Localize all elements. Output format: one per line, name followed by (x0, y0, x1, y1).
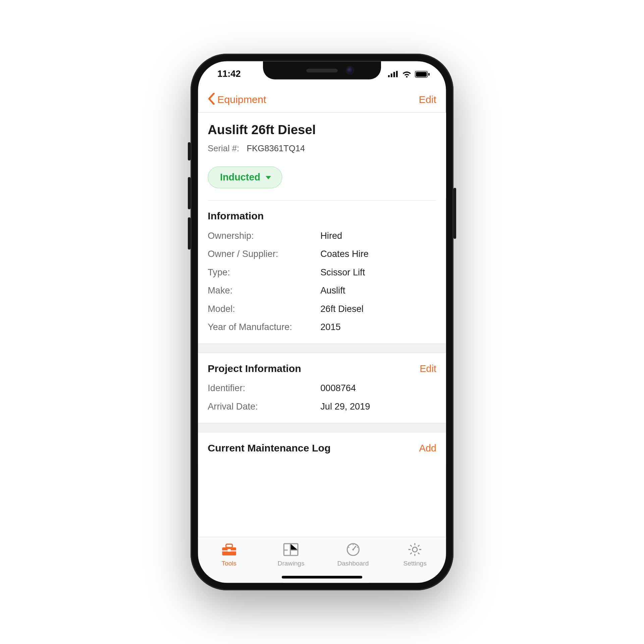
svg-rect-3 (396, 71, 398, 77)
tab-drawings[interactable]: Drawings (260, 541, 322, 567)
svg-point-16 (353, 544, 354, 545)
serial-value: FKG8361TQ14 (247, 144, 305, 154)
svg-rect-2 (393, 72, 395, 77)
serial-label: Serial #: (208, 144, 239, 154)
scroll-content[interactable]: Auslift 26ft Diesel Serial #: FKG8361TQ1… (198, 113, 446, 537)
project-row: Arrival Date:Jul 29, 2019 (208, 401, 436, 412)
chevron-left-icon (208, 92, 215, 107)
maintenance-add-button[interactable]: Add (419, 442, 436, 454)
gear-icon (408, 541, 423, 557)
tab-label: Tools (221, 560, 236, 567)
svg-rect-5 (416, 72, 427, 76)
maintenance-heading: Current Maintenance Log (208, 442, 331, 454)
project-edit-button[interactable]: Edit (420, 363, 436, 374)
svg-point-13 (352, 549, 354, 550)
serial-row: Serial #: FKG8361TQ14 (208, 144, 436, 154)
information-list: Ownership:Hired Owner / Supplier:Coates … (208, 231, 436, 333)
home-indicator[interactable] (282, 576, 362, 579)
tab-label: Dashboard (337, 560, 369, 567)
svg-rect-1 (391, 73, 392, 77)
project-list: Identifier:0008764 Arrival Date:Jul 29, … (208, 383, 436, 412)
equipment-title: Auslift 26ft Diesel (208, 122, 436, 138)
svg-rect-0 (388, 75, 390, 77)
edit-button[interactable]: Edit (419, 94, 436, 105)
status-label: Inducted (220, 172, 260, 183)
project-row: Identifier:0008764 (208, 383, 436, 394)
svg-point-15 (357, 547, 358, 548)
svg-rect-6 (428, 73, 430, 75)
back-button[interactable]: Equipment (208, 92, 266, 107)
info-row: Type:Scissor Lift (208, 267, 436, 278)
information-heading: Information (208, 210, 436, 222)
wifi-icon (402, 70, 412, 77)
phone-frame: 11:42 Equipment Edit (191, 54, 453, 590)
device-notch (263, 61, 381, 79)
battery-icon (415, 70, 430, 77)
tab-label: Settings (404, 560, 427, 567)
info-row: Owner / Supplier:Coates Hire (208, 249, 436, 260)
nav-bar: Equipment Edit (198, 87, 446, 113)
tab-tools[interactable]: Tools (198, 541, 260, 567)
cellular-icon (388, 71, 399, 77)
tab-dashboard[interactable]: Dashboard (322, 541, 384, 567)
info-row: Ownership:Hired (208, 231, 436, 241)
info-row: Make:Auslift (208, 285, 436, 296)
chevron-down-icon (266, 176, 271, 179)
toolbox-icon (221, 541, 237, 557)
tab-label: Drawings (278, 560, 305, 567)
back-label: Equipment (217, 94, 266, 105)
svg-rect-10 (227, 549, 231, 552)
svg-point-17 (413, 547, 417, 552)
info-row: Model:26ft Diesel (208, 304, 436, 315)
svg-point-14 (348, 547, 349, 548)
project-heading: Project Information (208, 363, 301, 375)
tab-settings[interactable]: Settings (384, 541, 446, 567)
gauge-icon (345, 541, 361, 557)
status-dropdown[interactable]: Inducted (208, 166, 282, 189)
info-row: Year of Manufacture:2015 (208, 322, 436, 333)
svg-rect-8 (226, 544, 232, 547)
status-time: 11:42 (217, 69, 241, 79)
floorplan-icon (283, 541, 299, 557)
